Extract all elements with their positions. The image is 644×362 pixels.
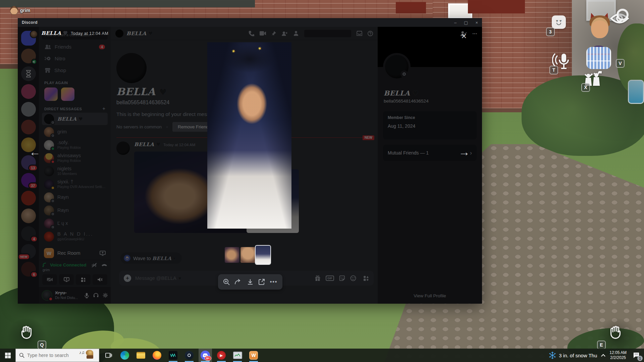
discord-window: Discord – ▢ × 13 37 [18, 18, 482, 304]
lightbox-close-icon[interactable]: × [461, 32, 467, 41]
player-avatar [10, 6, 18, 15]
performance-monitor-icon[interactable] [231, 349, 244, 362]
player-name: grim [20, 8, 30, 13]
action-center-button[interactable]: 1 [631, 350, 641, 360]
file-explorer-icon[interactable] [134, 349, 148, 362]
close-button[interactable]: × [475, 20, 478, 25]
windows-taskbar: ♪♫ 9+ ▶ W 3 in. of snow Thu 12:05 AM 2/2… [0, 349, 644, 362]
player-nametag: grim [10, 6, 30, 15]
clock[interactable]: 12:05 AM 2/2/2025 [609, 350, 627, 360]
heart-eyes-icon: ♥♥ [556, 19, 561, 22]
titlebar[interactable]: Discord – ▢ × [18, 18, 482, 27]
butterfly-decoration: ✶ [257, 45, 262, 52]
previous-image-arrow[interactable]: ← [29, 145, 41, 159]
rec-room-taskbar-icon[interactable]: W [247, 349, 260, 362]
key-q[interactable]: Q [38, 341, 46, 349]
voicemod-icon[interactable] [166, 349, 180, 362]
key-x[interactable]: X [581, 83, 590, 92]
tray-expand-icon[interactable] [601, 354, 605, 358]
key-v[interactable]: V [616, 59, 625, 68]
key-3[interactable]: 3 [546, 27, 555, 36]
discord-taskbar-icon[interactable]: 9+ [199, 349, 212, 362]
message-tooltip: BELLA ♥ Today at 12:04 AM [41, 30, 108, 36]
image-thumbnail-selected[interactable] [256, 246, 270, 264]
medal-icon[interactable]: ▶ [215, 349, 228, 362]
download-icon[interactable] [247, 279, 254, 285]
window-title: Discord [22, 20, 38, 25]
lightbox-image[interactable]: ✶ ✶ [207, 42, 291, 229]
red-beam [396, 2, 426, 13]
image-thumbnail[interactable] [240, 247, 255, 263]
date: 2/2/2025 [609, 355, 627, 360]
search-input[interactable] [27, 353, 81, 358]
discord-notification-badge: 9+ [205, 356, 211, 361]
emote-button[interactable]: ♥♥ [552, 15, 566, 29]
steam-icon[interactable] [182, 349, 196, 362]
more-options-icon[interactable]: ••• [270, 279, 278, 285]
roof-line [0, 0, 255, 7]
key-t[interactable]: T [549, 66, 558, 74]
image-thumbnail[interactable] [225, 247, 239, 263]
next-image-arrow[interactable]: → [459, 145, 470, 159]
key-e[interactable]: E [597, 341, 606, 349]
butterfly-decoration: ✶ [231, 48, 236, 55]
lightbox-toolbar: ••• [218, 274, 282, 290]
minimize-button[interactable]: – [454, 20, 457, 25]
weather-text: 3 in. of snow Thu [559, 353, 597, 358]
wave-hand-icon[interactable] [19, 324, 34, 341]
edge-icon[interactable] [118, 349, 131, 362]
forward-icon[interactable] [234, 279, 242, 285]
start-button[interactable] [0, 349, 15, 362]
time: 12:05 AM [609, 350, 627, 355]
firefox-icon[interactable] [150, 349, 164, 362]
crown-ring-icon [616, 9, 629, 21]
snowflake-icon [549, 352, 556, 359]
task-view-button[interactable] [102, 349, 115, 362]
zoom-in-icon[interactable] [223, 279, 230, 285]
wave-hand-icon[interactable] [608, 324, 623, 341]
weather-widget[interactable]: 3 in. of snow Thu [549, 352, 597, 359]
maximize-button[interactable]: ▢ [464, 20, 468, 25]
open-external-icon[interactable] [258, 279, 265, 285]
search-icon [19, 353, 24, 358]
notification-count: 1 [637, 356, 643, 361]
red-beam [468, 0, 525, 13]
